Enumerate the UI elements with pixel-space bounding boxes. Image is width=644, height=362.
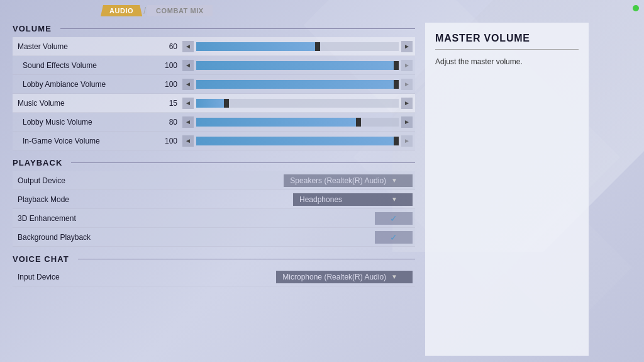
input-device-arrow-icon: ▼ (391, 273, 397, 280)
lobby-ambiance-value: 100 (157, 80, 180, 89)
sound-effects-decrease-button[interactable]: ◄ (182, 60, 194, 71)
lobby-music-value: 80 (157, 118, 180, 127)
sound-effects-slider-container: ◄ ► (180, 60, 415, 71)
table-row: Playback Mode Headphones ▼ (13, 190, 415, 209)
table-row: Music Volume 15 ◄ ► (13, 94, 415, 113)
output-device-arrow-icon: ▼ (391, 177, 397, 184)
lobby-music-thumb[interactable] (356, 118, 361, 127)
sound-effects-fill (196, 61, 399, 70)
ingame-voice-slider-container: ◄ ► (180, 135, 415, 147)
status-indicator (633, 5, 639, 11)
playback-mode-arrow-icon: ▼ (391, 196, 397, 203)
check-icon: ✓ (390, 232, 397, 242)
table-row: Output Device Speakers (Realtek(R) Audio… (13, 171, 415, 190)
lobby-ambiance-label: Lobby Ambiance Volume (13, 80, 157, 89)
sound-effects-track[interactable] (196, 61, 399, 70)
table-row: Sound Effects Volume 100 ◄ ► (13, 56, 415, 75)
master-volume-fill (196, 42, 318, 51)
background-playback-cell: ✓ (157, 231, 415, 244)
lobby-music-label: Lobby Music Volume (13, 118, 157, 127)
top-nav: AUDIO / COMBAT MIX (0, 0, 644, 16)
lobby-music-slider-container: ◄ ► (180, 116, 415, 128)
nav-separator: / (143, 6, 146, 16)
voice-chat-section-title: VOICE CHAT (13, 253, 74, 265)
3d-enhancement-label: 3D Enhancement (13, 214, 157, 223)
sound-effects-thumb[interactable] (394, 61, 399, 70)
table-row: Input Device Microphone (Realtek(R) Audi… (13, 268, 415, 286)
output-device-label: Output Device (13, 176, 157, 185)
check-icon: ✓ (390, 213, 397, 223)
master-volume-value: 60 (157, 42, 180, 51)
table-row: In-Game Voice Volume 100 ◄ ► (13, 132, 415, 150)
ingame-voice-increase-button[interactable]: ► (401, 135, 413, 147)
playback-mode-control: Headphones ▼ (157, 193, 415, 206)
ingame-voice-label: In-Game Voice Volume (13, 137, 157, 145)
info-panel-divider (435, 49, 579, 50)
music-volume-decrease-button[interactable]: ◄ (182, 98, 194, 109)
background-playback-label: Background Playback (13, 233, 157, 242)
voice-chat-section-line (78, 259, 415, 259)
tab-audio[interactable]: AUDIO (101, 5, 142, 16)
tab-combat-mix[interactable]: COMBAT MIX (147, 5, 213, 16)
master-volume-decrease-button[interactable]: ◄ (182, 41, 194, 52)
input-device-value: Microphone (Realtek(R) Audio) (282, 273, 386, 281)
3d-enhancement-cell: ✓ (157, 212, 415, 225)
music-volume-increase-button[interactable]: ► (401, 98, 413, 109)
output-device-control: Speakers (Realtek(R) Audio) ▼ (157, 174, 415, 187)
playback-mode-value: Headphones (299, 195, 342, 204)
ingame-voice-thumb[interactable] (394, 137, 399, 145)
table-row: Background Playback ✓ (13, 228, 415, 247)
playback-section-header: PLAYBACK (13, 157, 415, 169)
3d-enhancement-checkbox[interactable]: ✓ (375, 212, 413, 225)
volume-section-title: VOLUME (13, 23, 57, 35)
background-playback-checkbox[interactable]: ✓ (375, 231, 413, 244)
music-volume-label: Music Volume (13, 99, 157, 108)
settings-panel: VOLUME Master Volume 60 ◄ ► Sound Eff (13, 23, 415, 356)
lobby-ambiance-slider-container: ◄ ► (180, 79, 415, 90)
master-volume-label: Master Volume (13, 42, 157, 51)
table-row: 3D Enhancement ✓ (13, 209, 415, 228)
music-volume-value: 15 (157, 99, 180, 108)
lobby-ambiance-track[interactable] (196, 80, 399, 89)
volume-section-header: VOLUME (13, 23, 415, 35)
ingame-voice-track[interactable] (196, 137, 399, 145)
lobby-music-increase-button[interactable]: ► (401, 116, 413, 128)
info-panel-title: MASTER VOLUME (435, 33, 579, 44)
lobby-music-decrease-button[interactable]: ◄ (182, 116, 194, 128)
ingame-voice-value: 100 (157, 137, 180, 145)
output-device-value: Speakers (Realtek(R) Audio) (290, 176, 386, 185)
master-volume-increase-button[interactable]: ► (401, 41, 413, 52)
master-volume-track[interactable] (196, 42, 399, 51)
output-device-dropdown[interactable]: Speakers (Realtek(R) Audio) ▼ (284, 174, 413, 187)
info-panel: MASTER VOLUME Adjust the master volume. (425, 23, 589, 356)
playback-section-line (71, 162, 415, 163)
info-panel-description: Adjust the master volume. (435, 56, 579, 67)
master-volume-thumb[interactable] (315, 42, 320, 51)
input-device-control: Microphone (Realtek(R) Audio) ▼ (157, 271, 415, 283)
ingame-voice-fill (196, 137, 399, 145)
ingame-voice-decrease-button[interactable]: ◄ (182, 135, 194, 147)
input-device-dropdown[interactable]: Microphone (Realtek(R) Audio) ▼ (276, 271, 413, 283)
sound-effects-increase-button[interactable]: ► (401, 60, 413, 71)
music-volume-fill (196, 99, 226, 108)
lobby-ambiance-fill (196, 80, 399, 89)
music-volume-slider-container: ◄ ► (180, 98, 415, 109)
music-volume-track[interactable] (196, 99, 399, 108)
music-volume-thumb[interactable] (224, 99, 229, 108)
lobby-ambiance-decrease-button[interactable]: ◄ (182, 79, 194, 90)
sound-effects-label: Sound Effects Volume (13, 61, 157, 70)
lobby-ambiance-thumb[interactable] (394, 80, 399, 89)
table-row: Lobby Ambiance Volume 100 ◄ ► (13, 75, 415, 94)
volume-section-line (60, 28, 415, 29)
master-volume-slider-container: ◄ ► (180, 41, 415, 52)
table-row: Master Volume 60 ◄ ► (13, 37, 415, 56)
playback-mode-label: Playback Mode (13, 195, 157, 204)
lobby-ambiance-increase-button[interactable]: ► (401, 79, 413, 90)
sound-effects-value: 100 (157, 61, 180, 70)
lobby-music-track[interactable] (196, 118, 399, 127)
playback-mode-dropdown[interactable]: Headphones ▼ (293, 193, 413, 206)
playback-section-title: PLAYBACK (13, 157, 67, 169)
lobby-music-fill (196, 118, 358, 127)
table-row: Lobby Music Volume 80 ◄ ► (13, 113, 415, 132)
voice-chat-section-header: VOICE CHAT (13, 253, 415, 265)
